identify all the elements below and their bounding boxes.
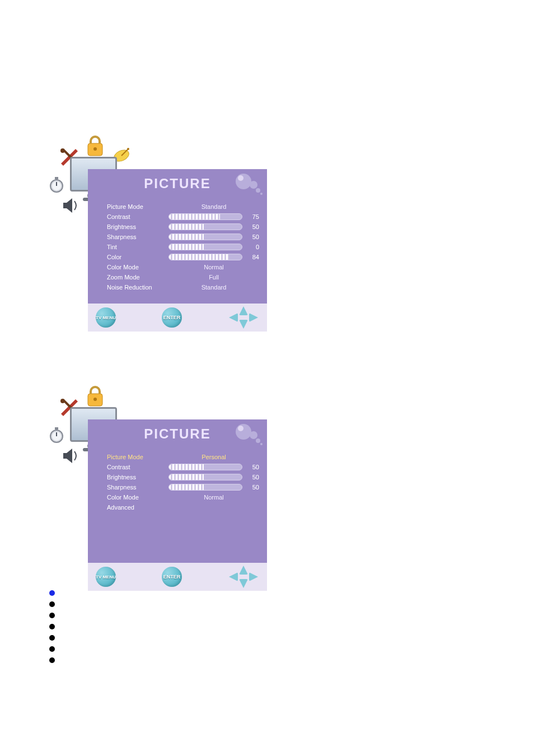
setting-label: Color Mode [107,264,168,270]
setting-row-brightness[interactable]: Brightness50 [107,472,259,482]
setting-value: 84 [245,254,259,260]
setting-row-color-mode[interactable]: Color ModeNormal [107,492,259,502]
setting-label: Picture Mode [107,454,168,460]
setting-label: Zoom Mode [107,274,168,281]
setting-row-sharpness[interactable]: Sharpness50 [107,232,259,242]
slider-contrast[interactable]: 75 [168,213,259,220]
svg-point-14 [260,193,263,195]
setting-value: 75 [245,213,259,220]
svg-point-24 [236,424,251,440]
setting-row-color-mode[interactable]: Color ModeNormal [107,262,259,272]
svg-point-3 [93,147,97,151]
svg-point-25 [250,431,257,439]
setting-row-contrast[interactable]: Contrast75 [107,212,259,222]
setting-value: Full [168,274,259,281]
bullet-item [49,646,55,652]
bullet-item [49,624,55,629]
bullet-item [49,657,55,663]
setting-label: Picture Mode [107,203,168,210]
panel-footer: TV MENU ENTER [88,304,267,332]
arrow-down-icon[interactable] [239,579,248,588]
setting-label: Brightness [107,474,168,480]
svg-rect-23 [55,427,58,430]
setting-value: Standard [168,284,259,291]
setting-row-color[interactable]: Color84 [107,252,259,262]
setting-value: Normal [168,264,259,270]
setting-value: Standard [168,203,259,210]
arrow-up-icon[interactable] [239,566,248,575]
setting-label: Contrast [107,464,168,470]
svg-point-13 [256,188,260,193]
bullet-item [49,601,55,607]
arrow-up-icon[interactable] [239,306,248,315]
bullet-item [49,613,55,618]
lock-icon [86,136,105,159]
setting-row-brightness[interactable]: Brightness50 [107,222,259,232]
enter-button[interactable]: ENTER [162,307,182,328]
svg-point-19 [93,398,97,401]
svg-point-15 [238,175,243,181]
setting-label: Color [107,254,168,260]
svg-rect-10 [55,177,58,179]
bubbles-icon [230,422,264,445]
slider-color[interactable]: 84 [168,254,259,260]
tv-menu-button[interactable]: TV MENU [96,307,116,328]
setting-label: Brightness [107,223,168,230]
slider-brightness[interactable]: 50 [168,474,259,480]
setting-value: 0 [245,244,259,250]
setting-label: Color Mode [107,494,168,501]
picture-menu-panel-1: PICTURE Picture ModeStandardContrast75Br… [49,136,267,332]
picture-menu-panel-2: PICTURE Picture ModePersonalContrast50Br… [49,386,267,591]
setting-label: Tint [107,244,168,250]
setting-row-picture-mode[interactable]: Picture ModePersonal [107,452,259,462]
arrow-right-icon[interactable] [249,313,258,322]
arrow-right-icon[interactable] [249,572,258,581]
setting-value: 50 [245,484,259,491]
settings-list-1: Picture ModeStandardContrast75Brightness… [88,197,267,298]
svg-point-12 [250,181,257,189]
dpad-navigation[interactable] [228,306,259,329]
bullet-item [49,590,55,596]
setting-row-advanced[interactable]: Advanced [107,502,259,512]
setting-label: Noise Reduction [107,284,168,291]
slider-tint[interactable]: 0 [168,244,259,250]
slider-brightness[interactable]: 50 [168,223,259,230]
setting-value: 50 [245,464,259,470]
setting-row-zoom-mode[interactable]: Zoom ModeFull [107,272,259,282]
arrow-left-icon[interactable] [229,572,238,581]
slider-sharpness[interactable]: 50 [168,484,259,491]
stopwatch-icon [49,426,64,446]
panel-body: PICTURE Picture ModeStandardContrast75Br… [88,169,267,304]
dpad-navigation[interactable] [228,566,259,588]
setting-value: 50 [245,223,259,230]
svg-point-28 [238,426,243,431]
setting-row-noise-reduction[interactable]: Noise ReductionStandard [107,282,259,292]
setting-row-tint[interactable]: Tint0 [107,242,259,252]
arrow-left-icon[interactable] [229,313,238,322]
bubbles-icon [230,171,264,195]
speaker-icon [62,447,81,466]
bullet-list [49,585,55,669]
svg-point-6 [127,148,129,150]
enter-button[interactable]: ENTER [162,567,182,587]
svg-point-27 [260,443,263,445]
setting-value: Normal [168,494,259,501]
tv-menu-button[interactable]: TV MENU [96,567,116,587]
svg-point-26 [256,438,260,443]
svg-point-11 [236,174,251,189]
speaker-icon [62,197,81,216]
settings-list-2: Picture ModePersonalContrast50Brightness… [88,447,267,518]
panel-body: PICTURE Picture ModePersonalContrast50Br… [88,419,267,563]
setting-value: 50 [245,234,259,240]
setting-row-contrast[interactable]: Contrast50 [107,462,259,472]
setting-label: Sharpness [107,234,168,240]
slider-sharpness[interactable]: 50 [168,234,259,240]
lock-icon [86,386,105,409]
setting-label: Sharpness [107,484,168,491]
setting-value: Personal [168,454,259,460]
setting-value: 50 [245,474,259,480]
setting-row-sharpness[interactable]: Sharpness50 [107,482,259,492]
arrow-down-icon[interactable] [239,320,248,329]
slider-contrast[interactable]: 50 [168,464,259,470]
setting-row-picture-mode[interactable]: Picture ModeStandard [107,202,259,212]
